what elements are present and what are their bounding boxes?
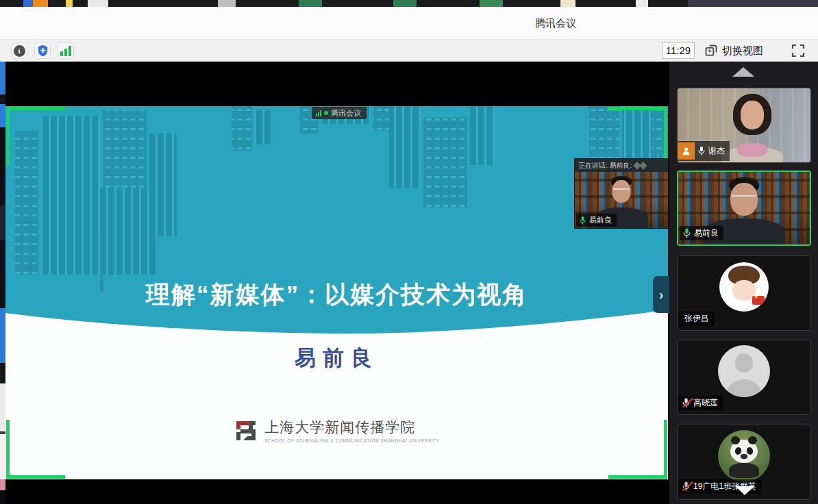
participant-tile[interactable]: 张伊昌 [677, 255, 811, 331]
desktop-icon-fragment [393, 0, 417, 7]
participant-name-tag: 易前良 [680, 226, 723, 240]
window-title: 腾讯会议 [521, 17, 590, 30]
desktop-icon-fragment [480, 0, 503, 7]
signal-bars-icon [316, 110, 321, 116]
desktop-icon-fragment [636, 0, 648, 7]
participant-name: 易前良 [694, 227, 719, 239]
flag-icon [752, 296, 765, 305]
meeting-security-button[interactable] [34, 42, 51, 59]
desktop-background-strip [0, 0, 818, 7]
desktop-icon-fragment [688, 0, 818, 7]
desktop-background-strip-left [0, 62, 5, 504]
desktop-icon-fragment [23, 0, 33, 7]
tencent-meeting-window: 腾讯会议 i 11:29 [0, 0, 818, 504]
slide-title: 理解“新媒体”：以媒介技术为视角 [5, 279, 668, 311]
person-silhouette-icon [728, 379, 760, 397]
panda-avatar-icon [730, 440, 758, 463]
participant-name: 张伊昌 [684, 313, 709, 325]
mic-on-icon [579, 216, 586, 225]
meeting-info-button[interactable]: i [11, 42, 27, 59]
switch-view-icon [704, 44, 718, 58]
participant-name-tag: 谢杰 [678, 141, 730, 161]
shield-plus-icon [37, 45, 49, 57]
school-logo-icon [234, 418, 258, 443]
desktop-icon-fragment [33, 0, 48, 7]
recording-dot-icon [324, 111, 328, 115]
mic-muted-icon [682, 397, 691, 409]
participant-name: 谢杰 [708, 145, 725, 157]
avatar [718, 345, 770, 397]
volume-diamond-icon [640, 162, 647, 169]
switch-view-label: 切换视图 [722, 45, 763, 58]
participants-sidebar: 谢杰 易前良 [669, 62, 818, 504]
person-silhouette-icon [735, 353, 753, 373]
meeting-toolbar: i 11:29 切换视图 [0, 40, 818, 62]
scroll-up-arrow-icon[interactable] [732, 67, 754, 77]
shared-screen-area: 腾讯会议 理解“新媒体”：以媒介技术为视角 易前良 上海大学新闻传播学院 SCH… [5, 62, 669, 504]
speaking-label: 正在讲话: 易前良: [578, 161, 632, 171]
slide-presenter-name: 易前良 [5, 344, 668, 373]
member-badge-icon [678, 142, 695, 160]
meeting-timer: 11:29 [662, 42, 695, 59]
desktop-icon-fragment [560, 0, 575, 7]
avatar [719, 262, 769, 312]
desktop-icon-fragment [299, 0, 322, 7]
speaking-status-bar: 正在讲话: 易前良: [575, 159, 668, 172]
network-status-button[interactable] [58, 42, 74, 59]
speaker-name: 易前良 [589, 215, 612, 225]
network-signal-icon [60, 46, 71, 56]
mic-speaking-icon [682, 227, 691, 239]
scroll-down-arrow-icon[interactable] [735, 486, 754, 495]
fullscreen-button[interactable] [791, 43, 806, 58]
participant-tile[interactable]: 高晓莲 [677, 340, 811, 415]
badge-label: 腾讯会议 [331, 108, 361, 118]
desktop-icon-fragment [88, 0, 108, 7]
school-logo: 上海大学新闻传播学院 SCHOOL OF JOURNALISM & COMMUN… [5, 418, 668, 443]
info-icon: i [14, 45, 25, 57]
school-name-en: SCHOOL OF JOURNALISM & COMMUNICATION SHA… [264, 438, 440, 443]
participant-name-tag: 张伊昌 [679, 312, 715, 326]
sidebar-collapse-button[interactable]: › [653, 276, 669, 313]
meeting-watermark-badge: 腾讯会议 [312, 107, 367, 119]
school-name-cn: 上海大学新闻传播学院 [264, 418, 440, 437]
fullscreen-icon [791, 43, 806, 58]
speaker-video-thumbnail: 易前良 [575, 172, 668, 228]
switch-view-button[interactable]: 切换视图 [704, 42, 763, 60]
desktop-icon-fragment [66, 0, 73, 7]
window-titlebar: 腾讯会议 [0, 7, 818, 40]
mic-on-icon [697, 146, 706, 156]
participant-name-tag: 高晓莲 [679, 396, 723, 410]
participant-tile[interactable]: 谢杰 [677, 88, 811, 163]
participant-name: 高晓莲 [693, 397, 718, 409]
presentation-slide: 腾讯会议 理解“新媒体”：以媒介技术为视角 易前良 上海大学新闻传播学院 SCH… [5, 106, 668, 479]
desktop-icon-fragment [218, 0, 236, 7]
participant-tile-active-speaker[interactable]: 易前良 [677, 171, 811, 246]
avatar [718, 430, 770, 482]
speaker-name-tag: 易前良 [576, 214, 617, 227]
chevron-right-icon: › [659, 288, 664, 301]
active-speaker-float-window[interactable]: 正在讲话: 易前良: 易前良 [575, 159, 668, 228]
mic-muted-icon [682, 481, 691, 492]
